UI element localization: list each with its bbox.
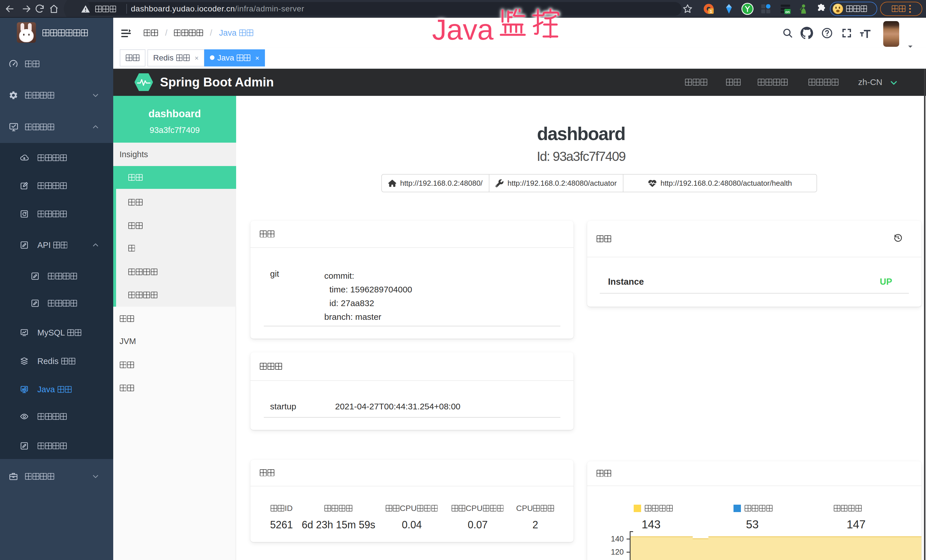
svg-text:on: on [785,10,790,14]
svg-text:1: 1 [710,9,712,14]
